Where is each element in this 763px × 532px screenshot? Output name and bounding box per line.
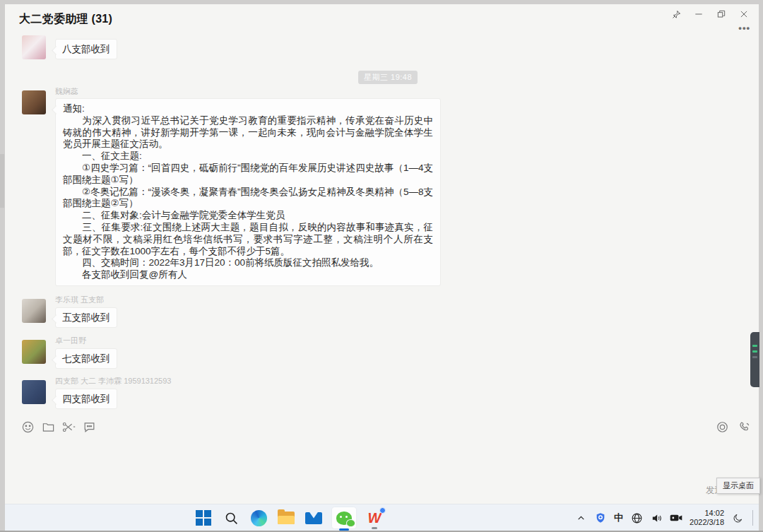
video-call-icon[interactable] xyxy=(715,420,729,434)
search-icon[interactable] xyxy=(222,509,240,527)
pin-icon[interactable] xyxy=(667,6,685,22)
tray-date: 2022/3/18 xyxy=(690,518,724,527)
taskbar: W 中 xyxy=(5,504,759,531)
ime-indicator[interactable]: 中 xyxy=(614,512,623,524)
security-shield-icon[interactable] xyxy=(594,512,607,524)
message-bubble[interactable]: 五支部收到 xyxy=(55,307,117,328)
restore-icon[interactable] xyxy=(712,6,731,22)
window-controls xyxy=(667,6,753,22)
close-icon[interactable] xyxy=(735,6,753,22)
message-bubble[interactable]: 八支部收到 xyxy=(55,39,117,59)
more-icon[interactable]: ••• xyxy=(738,23,750,33)
screenshot-scissors-icon[interactable] xyxy=(61,420,76,434)
mail-icon[interactable] xyxy=(304,509,323,527)
composer-toolbar-left xyxy=(20,420,96,434)
message-bubble[interactable]: 七支部收到 xyxy=(55,348,117,369)
chat-title: 大二党委助理 (31) xyxy=(19,12,112,27)
system-tray: 中 14:02 2022/3/18 xyxy=(574,504,753,531)
wechat-window: 大二党委助理 (31) ••• 八支部收到 星期三 19:48 魏娴蕊 通知: … xyxy=(5,4,759,531)
message-input[interactable] xyxy=(19,439,745,478)
time-badge: 星期三 19:48 xyxy=(358,71,418,84)
emoji-icon[interactable] xyxy=(20,420,35,434)
avatar[interactable] xyxy=(22,90,46,114)
message-bubble-notice[interactable]: 通知: 为深入贯彻习近平总书记关于党史学习教育的重要指示精神，传承党在奋斗历史中… xyxy=(55,98,441,286)
message-bubble[interactable]: 四支部收到 xyxy=(55,389,117,409)
show-desktop-button[interactable] xyxy=(752,510,753,526)
tray-chevron-icon[interactable] xyxy=(574,512,587,524)
file-explorer-icon[interactable] xyxy=(277,509,295,527)
sender-name: 魏娴蕊 xyxy=(55,86,78,97)
wechat-icon[interactable] xyxy=(332,507,356,528)
chat-history-icon[interactable] xyxy=(82,420,96,434)
edge-icon[interactable] xyxy=(249,509,268,527)
composer-toolbar-right xyxy=(715,420,752,434)
avatar[interactable] xyxy=(22,299,46,323)
tray-time: 14:02 xyxy=(690,509,724,518)
voice-call-icon[interactable] xyxy=(738,420,752,434)
camera-indicator-icon[interactable] xyxy=(670,512,682,524)
avatar[interactable] xyxy=(22,35,46,59)
avatar[interactable] xyxy=(22,380,46,404)
moon-icon[interactable] xyxy=(731,512,744,524)
volume-icon[interactable] xyxy=(650,512,663,524)
network-globe-icon[interactable] xyxy=(630,512,643,524)
avatar[interactable] xyxy=(22,340,46,364)
left-edge-bar xyxy=(0,154,4,208)
taskbar-icons: W xyxy=(194,504,384,531)
tray-clock[interactable]: 14:02 2022/3/18 xyxy=(690,509,724,527)
sender-name: 卓一田野 xyxy=(55,336,86,346)
docked-widget[interactable] xyxy=(750,332,759,387)
start-icon[interactable] xyxy=(194,509,213,527)
wps-icon[interactable]: W xyxy=(365,509,384,527)
minimize-icon[interactable] xyxy=(690,6,708,22)
folder-icon[interactable] xyxy=(41,420,55,434)
sender-name: 李乐琪 五支部 xyxy=(55,295,104,305)
show-desktop-tooltip: 显示桌面 xyxy=(716,478,760,494)
sender-name: 四支部 大二 李沛霖 19591312593 xyxy=(55,376,171,386)
